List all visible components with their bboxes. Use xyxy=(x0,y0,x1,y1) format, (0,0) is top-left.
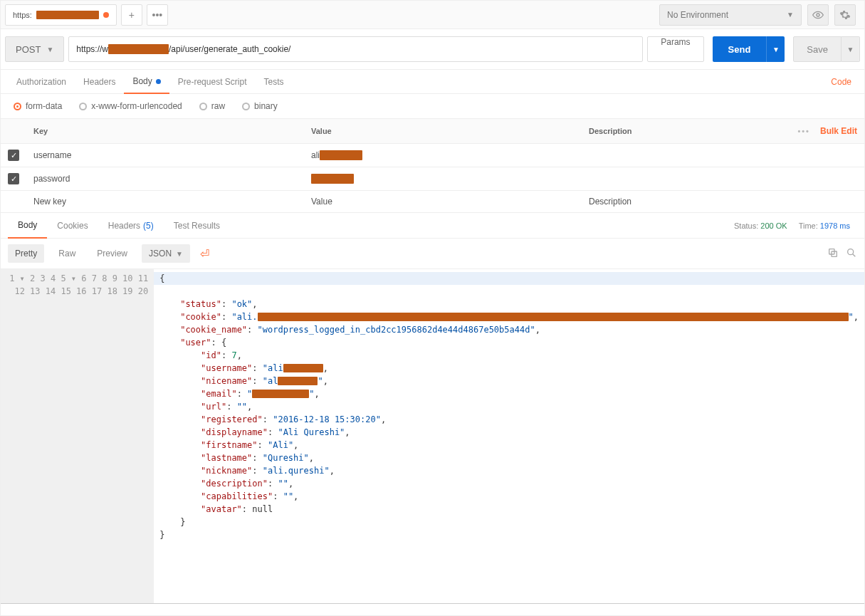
chevron-down-icon: ▼ xyxy=(787,11,794,19)
svg-point-3 xyxy=(848,249,854,254)
active-body-dot-icon xyxy=(156,79,161,84)
table-row[interactable]: ✓ password xyxy=(1,167,864,191)
request-builder-row: POST ▼ https://w /api/user/generate_auth… xyxy=(1,29,864,70)
top-tab-bar: https: + ••• No Environment ▼ xyxy=(1,1,864,29)
resp-tab-cookies[interactable]: Cookies xyxy=(47,213,98,239)
settings-button[interactable] xyxy=(834,4,856,26)
body-type-row: form-data x-www-form-urlencoded raw bina… xyxy=(1,94,864,119)
params-button[interactable]: Params xyxy=(647,36,703,62)
redacted-block xyxy=(108,44,169,54)
checkbox-icon[interactable]: ✓ xyxy=(8,173,19,184)
table-new-row[interactable]: New key Value Description xyxy=(1,191,864,213)
copy-icon xyxy=(827,247,839,259)
radio-icon xyxy=(242,103,250,110)
col-desc: Description ••• Bulk Edit xyxy=(582,119,864,144)
body-type-urlencoded[interactable]: x-www-form-urlencoded xyxy=(79,101,182,111)
tab-body[interactable]: Body xyxy=(124,70,169,94)
response-meta: Status: 200 OK Time: 1978 ms xyxy=(734,221,857,230)
tab-tests[interactable]: Tests xyxy=(255,70,292,94)
redacted-block xyxy=(311,174,354,184)
view-raw[interactable]: Raw xyxy=(51,244,83,263)
save-dropdown-button[interactable]: ▼ xyxy=(842,36,860,62)
request-tab[interactable]: https: xyxy=(5,4,117,26)
unsaved-indicator-icon xyxy=(103,12,109,18)
col-key: Key xyxy=(26,119,304,144)
more-options-icon[interactable]: ••• xyxy=(797,127,810,135)
search-icon xyxy=(846,247,857,259)
quick-look-button[interactable] xyxy=(807,4,829,26)
new-tab-button[interactable]: + xyxy=(121,4,142,26)
tab-url-prefix: https: xyxy=(13,11,32,19)
url-input[interactable]: https://w /api/user/generate_auth_cookie… xyxy=(68,36,643,62)
chevron-down-icon: ▼ xyxy=(46,46,53,53)
response-json[interactable]: { "status": "ok", "cookie": "ali.", "coo… xyxy=(154,269,864,603)
format-select[interactable]: JSON ▼ xyxy=(142,244,190,263)
radio-icon xyxy=(14,103,21,110)
eye-icon xyxy=(812,9,824,21)
body-type-binary[interactable]: binary xyxy=(242,101,278,111)
copy-button[interactable] xyxy=(827,247,839,261)
tab-options-button[interactable]: ••• xyxy=(147,4,168,26)
checkbox-icon[interactable]: ✓ xyxy=(8,150,19,161)
view-pretty[interactable]: Pretty xyxy=(8,244,44,263)
tab-authorization[interactable]: Authorization xyxy=(8,70,75,94)
col-value: Value xyxy=(304,119,582,144)
redacted-block xyxy=(320,150,362,160)
response-tabs: Body Cookies Headers (5) Test Results St… xyxy=(1,213,864,239)
svg-point-0 xyxy=(817,14,819,16)
send-dropdown-button[interactable]: ▼ xyxy=(766,36,785,62)
request-tabs: Authorization Headers Body Pre-request S… xyxy=(1,70,864,94)
response-body-pane[interactable]: 1 ▾ 2 3 4 5 ▾ 6 7 8 9 10 11 12 13 14 15 … xyxy=(1,269,864,604)
line-gutter: 1 ▾ 2 3 4 5 ▾ 6 7 8 9 10 11 12 13 14 15 … xyxy=(1,269,154,603)
gear-icon xyxy=(839,9,851,21)
radio-icon xyxy=(199,103,207,110)
chevron-down-icon: ▼ xyxy=(847,46,854,53)
save-button[interactable]: Save xyxy=(793,36,842,62)
table-header-row: Key Value Description ••• Bulk Edit xyxy=(1,119,864,144)
resp-tab-headers[interactable]: Headers (5) xyxy=(98,213,164,239)
http-method-select[interactable]: POST ▼ xyxy=(5,36,64,62)
body-type-formdata[interactable]: form-data xyxy=(14,101,62,111)
resp-tab-tests[interactable]: Test Results xyxy=(164,213,230,239)
bulk-edit-link[interactable]: Bulk Edit xyxy=(820,126,857,136)
environment-select[interactable]: No Environment ▼ xyxy=(659,4,802,26)
wrap-lines-button[interactable]: ⏎ xyxy=(200,247,209,261)
view-preview[interactable]: Preview xyxy=(90,244,135,263)
radio-icon xyxy=(79,103,87,110)
search-button[interactable] xyxy=(846,247,857,261)
chevron-down-icon: ▼ xyxy=(772,46,780,53)
response-view-toolbar: Pretty Raw Preview JSON ▼ ⏎ xyxy=(1,239,864,269)
formdata-table: Key Value Description ••• Bulk Edit ✓ us… xyxy=(1,119,864,213)
tab-headers[interactable]: Headers xyxy=(75,70,124,94)
chevron-down-icon: ▼ xyxy=(176,250,183,258)
code-link[interactable]: Code xyxy=(831,77,857,87)
send-button[interactable]: Send xyxy=(713,36,767,62)
resp-tab-body[interactable]: Body xyxy=(8,213,47,239)
body-type-raw[interactable]: raw xyxy=(199,101,225,111)
svg-line-4 xyxy=(853,254,856,256)
tab-prerequest[interactable]: Pre-request Script xyxy=(169,70,256,94)
redacted-block xyxy=(36,11,99,19)
table-row[interactable]: ✓ username ali xyxy=(1,144,864,167)
